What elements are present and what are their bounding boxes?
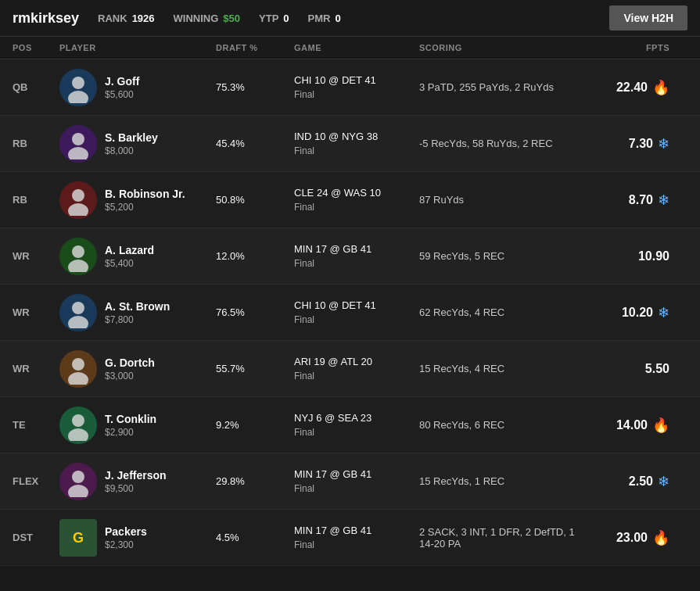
fpts-cell: 22.40 🔥 [591, 79, 669, 96]
game-info: CHI 10 @ DET 41 Final [294, 298, 419, 328]
player-salary: $5,400 [105, 258, 154, 269]
snow-icon: ❄ [658, 473, 669, 490]
snow-icon: ❄ [658, 192, 669, 209]
player-salary: $3,000 [105, 371, 155, 381]
avatar [59, 125, 97, 163]
fpts-cell: 23.00 🔥 [591, 529, 669, 546]
svg-point-11 [68, 372, 88, 385]
winning-value: $50 [223, 13, 240, 24]
snow-icon: ❄ [658, 135, 669, 152]
player-position: WR [13, 250, 59, 262]
player-info: J. Jefferson $9,500 [59, 463, 216, 500]
game-info: IND 10 @ NYG 38 Final [294, 129, 419, 159]
scoring-stats: 2 SACK, 3 INT, 1 DFR, 2 DefTD, 1 14-20 P… [419, 526, 591, 550]
draft-percentage: 55.7% [216, 363, 294, 374]
winning-label: WINNING [174, 13, 219, 24]
scoring-stats: 80 RecYds, 6 REC [419, 419, 591, 431]
game-matchup: CHI 10 @ DET 41 [294, 298, 419, 313]
table-row: WR A. Lazard $5,400 12.0% MIN 17 @ GB 41… [0, 228, 700, 285]
table-row: WR A. St. Brown $7,800 76.5% CHI 10 @ DE… [0, 285, 700, 341]
scoring-stats: 15 RecYds, 1 REC [419, 475, 591, 487]
player-name: J. Jefferson [105, 469, 167, 482]
pmr-label: PMR [308, 13, 331, 24]
game-info: CHI 10 @ DET 41 Final [294, 73, 419, 102]
svg-point-15 [68, 485, 88, 497]
game-status: Final [294, 200, 419, 214]
ytp-stat: YTP 0 [259, 13, 289, 24]
fire-icon: 🔥 [652, 529, 669, 546]
svg-point-7 [68, 260, 88, 272]
fpts-cell: 7.30 ❄ [591, 135, 669, 152]
scoring-stats: 62 RecYds, 4 REC [419, 306, 591, 318]
fpts-cell: 2.50 ❄ [591, 473, 669, 490]
fire-icon: 🔥 [652, 79, 669, 96]
table-row: QB J. Goff $5,600 75.3% CHI 10 @ DET 41 … [0, 59, 700, 116]
player-name: A. Lazard [105, 244, 154, 256]
draft-percentage: 76.5% [216, 306, 294, 318]
player-salary: $5,600 [105, 89, 139, 100]
draft-percentage: 29.8% [216, 475, 294, 487]
player-info: S. Barkley $8,000 [59, 125, 216, 163]
player-info: G. Dortch $3,000 [59, 350, 216, 388]
player-name: T. Conklin [105, 413, 156, 425]
game-matchup: NYJ 6 @ SEA 23 [294, 410, 419, 426]
avatar: G [59, 519, 97, 557]
col-scoring: SCORING [419, 43, 591, 52]
game-matchup: CLE 24 @ WAS 10 [294, 185, 419, 201]
fpts-value: 22.40 [616, 81, 648, 95]
player-position: RB [13, 138, 59, 149]
scoring-stats: 59 RecYds, 5 REC [419, 250, 591, 262]
avatar [59, 238, 97, 275]
winning-stat: WINNING $50 [174, 13, 240, 24]
game-status: Final [294, 538, 419, 552]
fpts-cell: 14.00 🔥 [591, 417, 669, 434]
draft-percentage: 75.3% [216, 81, 294, 93]
fpts-cell: 10.90 [591, 249, 669, 263]
player-position: TE [13, 419, 59, 431]
game-status: Final [294, 144, 419, 158]
game-matchup: IND 10 @ NYG 38 [294, 129, 419, 145]
player-position: QB [13, 81, 59, 93]
col-pos: POS [13, 43, 59, 52]
view-h2h-button[interactable]: View H2H [609, 5, 687, 30]
avatar [59, 350, 97, 388]
table-row: RB B. Robinson Jr. $5,200 50.8% CLE 24 @… [0, 172, 700, 228]
col-player: PLAYER [59, 43, 216, 52]
player-info: B. Robinson Jr. $5,200 [59, 181, 216, 219]
fpts-cell: 8.70 ❄ [591, 192, 669, 209]
player-info: J. Goff $5,600 [59, 69, 216, 106]
avatar [59, 463, 97, 500]
player-info: G Packers $2,300 [59, 519, 216, 557]
svg-point-2 [72, 133, 84, 145]
game-matchup: MIN 17 @ GB 41 [294, 242, 419, 257]
svg-point-4 [72, 189, 84, 202]
player-info: T. Conklin $2,900 [59, 407, 216, 444]
rank-stat: RANK 1926 [98, 13, 154, 24]
header: rmkirksey RANK 1926 WINNING $50 YTP 0 PM… [0, 0, 700, 37]
player-name: J. Goff [105, 75, 139, 88]
avatar [59, 181, 97, 219]
fpts-value: 23.00 [616, 531, 648, 545]
scoring-stats: 15 RecYds, 4 REC [419, 363, 591, 374]
game-matchup: ARI 19 @ ATL 20 [294, 354, 419, 370]
column-headers: POS PLAYER DRAFT % GAME SCORING FPTS [0, 37, 700, 59]
fpts-value: 7.30 [629, 137, 653, 151]
draft-percentage: 9.2% [216, 419, 294, 431]
game-status: Final [294, 88, 419, 102]
player-salary: $2,900 [105, 427, 156, 438]
game-info: CLE 24 @ WAS 10 Final [294, 185, 419, 215]
fpts-value: 5.50 [645, 362, 669, 376]
col-draft-pct: DRAFT % [216, 43, 294, 52]
game-matchup: CHI 10 @ DET 41 [294, 73, 419, 88]
draft-percentage: 4.5% [216, 532, 294, 543]
pmr-stat: PMR 0 [308, 13, 341, 24]
col-game: GAME [294, 43, 419, 52]
avatar [59, 69, 97, 106]
game-info: NYJ 6 @ SEA 23 Final [294, 410, 419, 440]
player-salary: $7,800 [105, 314, 170, 325]
fpts-cell: 10.20 ❄ [591, 304, 669, 321]
fire-icon: 🔥 [652, 417, 669, 434]
ytp-label: YTP [259, 13, 278, 24]
game-matchup: MIN 17 @ GB 41 [294, 523, 419, 539]
game-status: Final [294, 369, 419, 383]
